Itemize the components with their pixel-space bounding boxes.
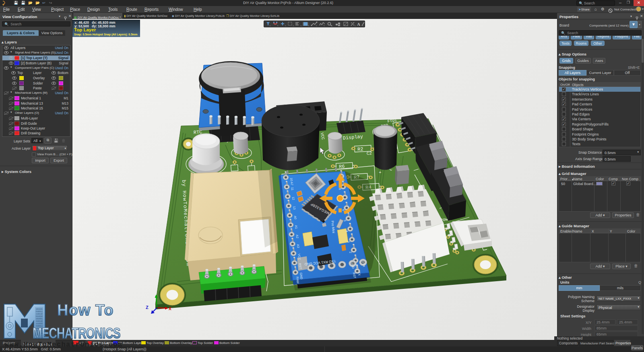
svg-text:101101: 101101 — [36, 308, 43, 310]
svg-text:A1: A1 — [294, 225, 298, 229]
svg-text:A3: A3 — [296, 244, 300, 248]
svg-text:X: X — [169, 307, 171, 311]
svg-text:A: A — [357, 22, 360, 27]
svg-text:111010: 111010 — [36, 323, 43, 325]
svg-text:011010: 011010 — [36, 315, 43, 317]
svg-text:A0: A0 — [293, 216, 297, 220]
svg-text:13: 13 — [292, 206, 296, 210]
svg-text:GND: GND — [299, 272, 303, 280]
svg-text:11: 11 — [290, 187, 294, 191]
svg-text:C2: C2 — [366, 151, 372, 156]
svg-text:110110: 110110 — [36, 313, 43, 315]
svg-text:101001: 101001 — [36, 318, 43, 320]
svg-text:12: 12 — [291, 196, 295, 200]
svg-text:R6: R6 — [339, 164, 345, 170]
svg-text:RST: RST — [298, 263, 303, 270]
svg-text:R2: R2 — [357, 146, 363, 152]
svg-text:010011: 010011 — [36, 311, 43, 313]
svg-text:VCC: VCC — [297, 253, 301, 260]
svg-text:RAW: RAW — [295, 276, 300, 284]
svg-text:+: + — [379, 170, 382, 175]
svg-text:Z: Z — [146, 305, 149, 310]
svg-text:TX: TX — [357, 272, 361, 276]
svg-text:A2: A2 — [295, 235, 299, 239]
svg-text:010110: 010110 — [36, 320, 43, 322]
